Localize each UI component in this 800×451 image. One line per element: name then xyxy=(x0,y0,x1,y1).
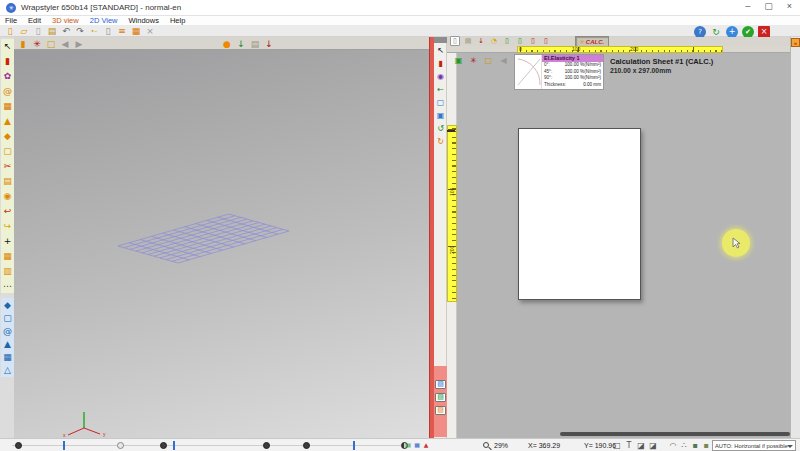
export-sheet-icon[interactable]: ↓ xyxy=(476,36,486,46)
select-cursor-icon[interactable]: ↖ xyxy=(2,40,14,52)
nav-back-icon[interactable]: ◀ xyxy=(498,55,509,66)
chip-green-icon[interactable]: ▪ xyxy=(690,440,700,451)
blue-solid-icon[interactable]: ◆ xyxy=(2,299,14,311)
nav-back-icon[interactable]: ◀ xyxy=(59,38,71,50)
bend-tool-icon[interactable]: ↩ xyxy=(2,205,14,217)
slider-tick-3[interactable] xyxy=(353,441,355,450)
menu-3d-view[interactable]: 3D view xyxy=(52,16,79,25)
blue-wedge-icon[interactable]: ▲ xyxy=(2,338,14,350)
pick-point-icon[interactable]: •– xyxy=(88,25,100,37)
green-doc-2-icon[interactable]: ▯ xyxy=(515,36,525,46)
sphere-render-icon[interactable]: ● xyxy=(221,38,233,50)
red-doc-2-icon[interactable]: ▯ xyxy=(541,36,551,46)
blue-outline-icon[interactable]: △ xyxy=(2,364,14,376)
pattern-tool-icon[interactable]: ▦ xyxy=(2,100,14,112)
new-sheet-icon[interactable]: ▯ xyxy=(450,36,460,46)
maximize-button[interactable]: ▢ xyxy=(764,1,773,11)
menu-file[interactable]: File xyxy=(5,16,17,25)
more-tools-icon[interactable]: ⋯ xyxy=(2,280,14,292)
page-icon[interactable]: ▯ xyxy=(102,25,114,37)
new-file-icon[interactable]: ▯ xyxy=(4,25,16,37)
paste-part-icon[interactable]: ▣ xyxy=(435,110,446,121)
warn-icon[interactable]: ▲ xyxy=(422,441,430,449)
import-part-icon[interactable]: ← xyxy=(435,84,446,95)
menu-edit[interactable]: Edit xyxy=(28,16,41,25)
vertical-ruler[interactable] xyxy=(447,125,457,302)
rotate-cw-icon[interactable]: ↻ xyxy=(435,136,446,147)
shade-left-icon[interactable]: ◪ xyxy=(636,440,646,451)
spiral-tool-icon[interactable]: @ xyxy=(2,85,14,97)
list-icon[interactable]: ≡ xyxy=(116,25,128,37)
rotate-ccw-icon[interactable]: ↺ xyxy=(435,123,446,134)
horizontal-ruler[interactable] xyxy=(517,46,723,53)
select-frame-icon[interactable]: ▣ xyxy=(453,55,464,66)
material-info-panel[interactable]: El.Elasticity 1 0°: 100.00 %(N/mm²) 45°:… xyxy=(514,54,604,90)
arc-tool-icon[interactable]: ◠ xyxy=(668,440,678,451)
view-slider-knob-2[interactable] xyxy=(117,442,124,449)
nav-forward-icon[interactable]: ▶ xyxy=(73,38,85,50)
copy-part-icon[interactable]: ▢ xyxy=(435,97,446,108)
blue-pattern-icon[interactable]: ▦ xyxy=(2,351,14,363)
view-slider-knob-1[interactable] xyxy=(15,442,22,449)
wedge-tool-icon[interactable]: ▲ xyxy=(2,115,14,127)
solid-tool-icon[interactable]: ◆ xyxy=(2,130,14,142)
shade-right-icon[interactable]: ◪ xyxy=(648,440,658,451)
view-slider-knob-3[interactable] xyxy=(160,442,167,449)
menu-help[interactable]: Help xyxy=(170,16,185,25)
blue-sheet-icon[interactable]: ▢ xyxy=(2,312,14,324)
blue-spiral-icon[interactable]: @ xyxy=(2,325,14,337)
green-doc-1-icon[interactable]: ▯ xyxy=(502,36,512,46)
slider-tick-1[interactable] xyxy=(63,441,65,450)
view-icon[interactable]: ◉ xyxy=(435,71,446,82)
report-tool-icon[interactable]: ▥ xyxy=(2,265,14,277)
sheet-settings-icon[interactable]: ✳ xyxy=(468,55,479,66)
frame-icon[interactable]: □ xyxy=(483,55,494,66)
viewport2d-horizontal-scrollbar[interactable] xyxy=(560,432,790,436)
material-icon[interactable]: ▮ xyxy=(17,38,29,50)
cut-tool-icon[interactable]: ✂ xyxy=(2,160,14,172)
frame-icon[interactable]: □ xyxy=(45,38,57,50)
menu-2d-view[interactable]: 2D View xyxy=(90,16,118,25)
render-settings-icon[interactable]: ✳ xyxy=(31,38,43,50)
save-icon[interactable]: ▤ xyxy=(46,25,58,37)
hole-tool-icon[interactable]: ◉ xyxy=(2,190,14,202)
minimize-button[interactable]: – xyxy=(745,1,750,11)
copy-icon[interactable]: ▯ xyxy=(32,25,44,37)
nodes-tool-icon[interactable]: ∴ xyxy=(679,440,689,451)
pointer-icon[interactable]: ↖ xyxy=(435,45,446,56)
import-icon[interactable]: ↓ xyxy=(235,38,247,50)
tiles-icon[interactable]: ▦ xyxy=(130,25,142,37)
thumbnail-1-icon[interactable]: ▨ xyxy=(435,380,446,389)
rect-tool-icon[interactable]: □ xyxy=(612,440,622,451)
slider-tick-2[interactable] xyxy=(173,441,175,450)
move-tool-icon[interactable]: + xyxy=(2,235,14,247)
unfold-tool-icon[interactable]: ↪ xyxy=(2,220,14,232)
print-icon[interactable]: ▤ xyxy=(249,38,261,50)
thumbnail-2-icon[interactable]: ▨ xyxy=(435,393,446,402)
delete-icon[interactable]: × xyxy=(144,25,156,37)
table-tool-icon[interactable]: ▦ xyxy=(2,250,14,262)
brush-tool-icon[interactable]: ✿ xyxy=(2,70,14,82)
redo-icon[interactable]: ↷ xyxy=(74,25,86,37)
view-slider-knob-5[interactable] xyxy=(303,442,310,449)
export-icon[interactable]: ↓ xyxy=(263,38,275,50)
panel-tool-icon[interactable]: ▤ xyxy=(2,175,14,187)
panel-expand-badge[interactable]: » xyxy=(791,38,800,47)
undo-icon[interactable]: ↶ xyxy=(60,25,72,37)
menu-windows[interactable]: Windows xyxy=(129,16,159,25)
viewport3d-canvas[interactable]: x y xyxy=(14,50,429,438)
grid-view-icon[interactable]: ▦ xyxy=(413,441,421,449)
print-sheet-icon[interactable]: ▤ xyxy=(463,36,473,46)
close-button[interactable]: × xyxy=(787,1,792,11)
red-doc-1-icon[interactable]: ▯ xyxy=(528,36,538,46)
calculation-sheet-page[interactable] xyxy=(518,128,641,300)
text-tool-icon[interactable]: T xyxy=(624,440,634,451)
cylinder-tool-icon[interactable]: ▮ xyxy=(2,55,14,67)
thumbnail-3-icon[interactable]: ▨ xyxy=(435,406,446,415)
open-folder-icon[interactable]: ▱ xyxy=(18,25,30,37)
cylinder-icon[interactable]: ▮ xyxy=(435,58,446,69)
sheet-tool-icon[interactable]: ▢ xyxy=(2,145,14,157)
sheet-list-icon[interactable]: ▤ xyxy=(404,441,412,449)
snap-mode-dropdown[interactable]: AUTO: Horizontal if possible xyxy=(712,440,796,451)
pie-icon[interactable]: ◔ xyxy=(489,36,499,46)
